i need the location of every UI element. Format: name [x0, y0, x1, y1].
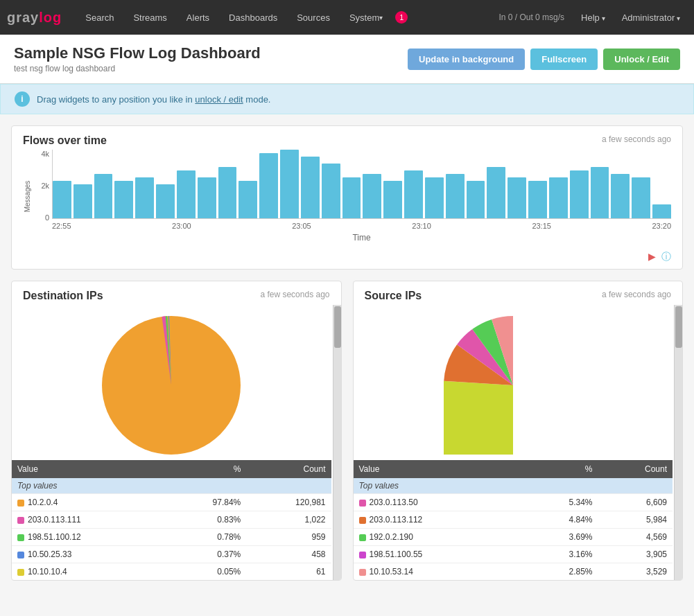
dest-row3-value: 198.51.100.12: [12, 529, 166, 546]
dest-scroll-thumb[interactable]: [334, 306, 341, 348]
source-dot-3: [359, 534, 366, 541]
source-row1-pct: 5.34%: [521, 494, 598, 511]
table-row: 203.0.113.50 5.34% 6,609: [354, 494, 673, 511]
source-panel-timestamp: a few seconds ago: [602, 290, 671, 299]
dest-row5-pct: 0.05%: [166, 563, 247, 581]
dest-row2-value: 203.0.113.111: [12, 511, 166, 529]
logo-text: graylog: [7, 10, 62, 26]
chart-bar: [570, 170, 589, 218]
play-icon[interactable]: ▶: [648, 251, 656, 263]
unlock-edit-button[interactable]: Unlock / Edit: [603, 49, 680, 70]
bottom-panels-row: Destination IPs a few seconds ago: [11, 281, 683, 581]
source-pie-chart: [444, 316, 582, 455]
dest-ips-panel: Destination IPs a few seconds ago: [11, 281, 342, 581]
table-row: 198.51.100.55 3.16% 3,905: [354, 546, 673, 563]
source-row2-count: 5,984: [598, 511, 673, 529]
update-background-button[interactable]: Update in background: [408, 49, 525, 70]
y-axis-ticks: 4k 2k 0: [33, 150, 52, 243]
nav-system[interactable]: System: [340, 0, 392, 35]
nav-right: In 0 / Out 0 msg/s Help Administrator: [492, 12, 687, 23]
source-row2-pct: 4.84%: [521, 511, 598, 529]
source-scroll-thumb[interactable]: [675, 306, 682, 348]
nav-sources[interactable]: Sources: [287, 0, 340, 35]
chart-bar: [508, 177, 526, 218]
info-icon: i: [15, 91, 30, 107]
dest-table: Value % Count Top values 10.2.0.4: [12, 460, 331, 580]
dest-row4-value: 10.50.25.33: [12, 546, 166, 563]
x-tick-2: 23:00: [172, 222, 191, 230]
flows-panel-footer: ▶ ⓘ: [12, 248, 682, 269]
info-circle-icon[interactable]: ⓘ: [661, 251, 671, 263]
y-axis-label: Messages: [24, 180, 32, 212]
page-header: Sample NSG Flow Log Dashboard test nsg f…: [0, 35, 694, 84]
dest-dot-2: [17, 517, 24, 524]
source-row1-count: 6,609: [598, 494, 673, 511]
chart-bar: [156, 184, 175, 219]
dest-row4-pct: 0.37%: [166, 546, 247, 563]
chart-bar: [280, 150, 299, 218]
x-tick-4: 23:10: [412, 222, 431, 230]
source-pie-container: [354, 305, 673, 460]
table-row: 203.0.113.112 4.84% 5,984: [354, 511, 673, 529]
info-prefix: Drag widgets to any position you like in: [37, 94, 195, 105]
flows-chart-panel: Flows over time a few seconds ago Messag…: [11, 125, 683, 270]
dest-scrollbar[interactable]: [333, 305, 341, 580]
dest-row5-value: 10.10.10.4: [12, 563, 166, 581]
chart-bar: [198, 177, 216, 218]
source-row1-value: 203.0.113.50: [354, 494, 521, 511]
chart-bar: [446, 174, 465, 218]
chart-bar: [238, 181, 257, 218]
chart-bar: [425, 177, 444, 218]
dest-row1-count: 120,981: [246, 494, 331, 511]
unlock-edit-link[interactable]: unlock / edit: [195, 94, 243, 105]
chart-bar: [177, 170, 196, 218]
dest-group-label: Top values: [12, 478, 331, 494]
dest-row3-pct: 0.78%: [166, 529, 247, 546]
source-panel-header: Source IPs a few seconds ago: [354, 281, 683, 305]
source-row3-count: 4,569: [598, 529, 673, 546]
table-row: 10.2.0.4 97.84% 120,981: [12, 494, 331, 511]
x-axis: 22:55 23:00 23:05 23:10 23:15 23:20: [52, 219, 671, 230]
source-dot-2: [359, 517, 366, 524]
nav-dashboards[interactable]: Dashboards: [219, 0, 287, 35]
source-table-header-row: Value % Count: [354, 460, 673, 478]
flows-chart-body: Messages 4k 2k 0 22:55: [12, 150, 682, 248]
source-row4-pct: 3.16%: [521, 546, 598, 563]
nav-streams[interactable]: Streams: [123, 0, 176, 35]
bars-row: [52, 150, 671, 219]
source-segment-lime: [444, 381, 513, 455]
x-tick-5: 23:15: [532, 222, 551, 230]
logo-log: log: [39, 10, 62, 25]
dest-panel-content: Value % Count Top values 10.2.0.4: [12, 305, 341, 580]
table-row: 10.10.53.14 2.85% 3,529: [354, 563, 673, 581]
dest-row4-count: 458: [246, 546, 331, 563]
nav-search[interactable]: Search: [76, 0, 123, 35]
dest-dot-1: [17, 500, 24, 507]
source-scrollbar[interactable]: [674, 305, 682, 580]
dest-row1-pct: 97.84%: [166, 494, 247, 511]
chart-bar: [404, 170, 423, 218]
notification-badge: 1: [395, 11, 408, 24]
x-tick-3: 23:05: [292, 222, 311, 230]
nav-alerts[interactable]: Alerts: [177, 0, 219, 35]
chart-bar: [342, 177, 361, 218]
chart-bar: [114, 181, 133, 218]
dest-row2-count: 1,022: [246, 511, 331, 529]
help-menu[interactable]: Help: [574, 12, 612, 23]
header-actions: Update in background Fullscreen Unlock /…: [408, 49, 680, 70]
brand-logo[interactable]: graylog: [7, 10, 62, 26]
admin-menu[interactable]: Administrator: [615, 12, 687, 23]
info-bar: i Drag widgets to any position you like …: [0, 84, 694, 114]
source-table: Value % Count Top values 203.0.113.50: [354, 460, 673, 580]
table-row: 203.0.113.111 0.83% 1,022: [12, 511, 331, 529]
source-row5-count: 3,529: [598, 563, 673, 581]
source-group-label: Top values: [354, 478, 673, 494]
dest-group-row: Top values: [12, 478, 331, 494]
source-row4-value: 198.51.100.55: [354, 546, 521, 563]
x-axis-label: Time: [52, 233, 671, 243]
chart-bar: [73, 184, 92, 219]
page-title: Sample NSG Flow Log Dashboard: [14, 44, 261, 62]
fullscreen-button[interactable]: Fullscreen: [530, 49, 598, 70]
main-content: Flows over time a few seconds ago Messag…: [0, 114, 694, 592]
flows-panel-header: Flows over time a few seconds ago: [12, 126, 682, 150]
